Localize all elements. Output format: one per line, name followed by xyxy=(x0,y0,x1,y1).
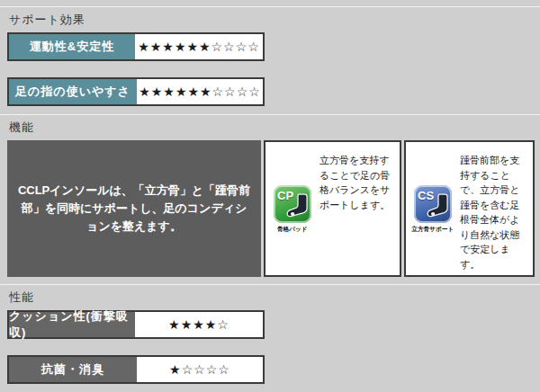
rating-stars: ★★★★★★☆☆☆☆ xyxy=(137,79,263,104)
rating-label: クッション性(衝撃吸収) xyxy=(9,312,135,337)
section-function: 機能 CCLPインソールは、「立方骨」と「踵骨前部」を同時にサポートし、足のコン… xyxy=(0,115,540,284)
cs-badge-icon: CS xyxy=(414,185,452,223)
rating-label: 足の指の使いやすさ xyxy=(9,79,137,104)
rating-row-antibacterial: 抗菌・消臭 ★☆☆☆☆ xyxy=(7,355,265,384)
rating-stars: ★★★★★★☆☆☆☆ xyxy=(135,34,263,59)
foot-skeleton-icon xyxy=(427,193,450,220)
function-boxes: CCLPインソールは、「立方骨」と「踵骨前部」を同時にサポートし、足のコンディシ… xyxy=(7,140,533,284)
support-rating-rows: 運動性&安定性 ★★★★★★☆☆☆☆ 足の指の使いやすさ ★★★★★★☆☆☆☆ xyxy=(7,32,533,114)
performance-rating-rows: クッション性(衝撃吸収) ★★★★☆ 抗菌・消臭 ★☆☆☆☆ 通気性(吸湿・速乾… xyxy=(7,310,533,392)
cp-badge-icon: CP xyxy=(274,185,311,223)
cp-feature-text: 立方骨を支持することで足の骨格バランスをサポートします。 xyxy=(320,147,395,272)
foot-skeleton-icon xyxy=(286,193,310,220)
function-section-title: 機能 xyxy=(7,115,533,140)
section-performance: 性能 クッション性(衝撃吸収) ★★★★☆ 抗菌・消臭 ★☆☆☆☆ 通気性(吸湿… xyxy=(0,285,540,392)
support-section-title: サポート効果 xyxy=(7,7,533,32)
cs-feature-text: 踵骨前部を支持することで、立方骨と踵骨を含む足根骨全体がより自然な状態で安定しま… xyxy=(460,147,528,272)
rating-row-toe-usability: 足の指の使いやすさ ★★★★★★☆☆☆☆ xyxy=(7,77,265,106)
performance-section-title: 性能 xyxy=(7,285,533,310)
rating-stars: ★☆☆☆☆ xyxy=(137,357,263,382)
section-support-effect: サポート効果 運動性&安定性 ★★★★★★☆☆☆☆ 足の指の使いやすさ ★★★★… xyxy=(0,7,540,114)
cp-icon-column: CP 骨格パッド xyxy=(271,147,314,272)
rating-label: 抗菌・消臭 xyxy=(9,357,137,382)
cp-icon-label: 骨格パッド xyxy=(277,225,308,234)
rating-label: 運動性&安定性 xyxy=(9,34,135,59)
cs-icon-column: CS 立方骨サポート xyxy=(411,147,454,272)
feature-box-cuboid-support: CS 立方骨サポート 踵骨前部を支持することで、立方骨と踵骨を含む足根骨全体がよ… xyxy=(404,140,535,277)
cs-icon-label: 立方骨サポート xyxy=(411,225,454,234)
feature-box-cuboid-pad: CP 骨格パッド 立方骨を支持することで足の骨格バランスをサポートします。 xyxy=(264,140,401,277)
rating-stars: ★★★★☆ xyxy=(135,312,263,337)
product-spec-page: サポート効果 運動性&安定性 ★★★★★★☆☆☆☆ 足の指の使いやすさ ★★★★… xyxy=(0,6,540,392)
rating-row-mobility-stability: 運動性&安定性 ★★★★★★☆☆☆☆ xyxy=(7,32,265,61)
function-main-description: CCLPインソールは、「立方骨」と「踵骨前部」を同時にサポートし、足のコンディシ… xyxy=(7,140,261,277)
rating-row-cushioning: クッション性(衝撃吸収) ★★★★☆ xyxy=(7,310,265,339)
